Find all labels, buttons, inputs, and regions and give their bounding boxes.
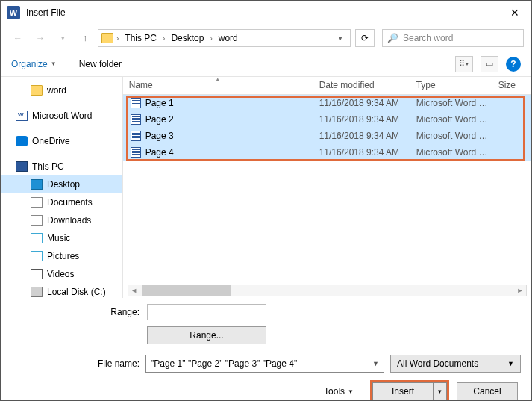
filename-input[interactable]: "Page 1" "Page 2" "Page 3" "Page 4" ▼: [145, 355, 384, 373]
search-input[interactable]: 🔍 Search word: [382, 29, 524, 47]
pc-icon: [16, 161, 28, 172]
scroll-left-icon[interactable]: ◄: [128, 287, 140, 294]
filename-value: "Page 1" "Page 2" "Page 3" "Page 4": [151, 358, 297, 369]
file-name: Page 4: [145, 147, 174, 158]
documents-icon: [31, 197, 43, 208]
tree-node-localdisk[interactable]: Local Disk (C:): [1, 283, 122, 298]
col-name[interactable]: ▲Name: [123, 77, 313, 94]
tree-node-desktop[interactable]: Desktop: [1, 175, 122, 193]
tree-node-msword[interactable]: Microsoft Word: [1, 107, 122, 125]
folder-icon: [101, 32, 113, 44]
file-date: 11/16/2018 9:34 AM: [313, 114, 410, 125]
col-size[interactable]: Size: [492, 77, 531, 94]
help-button[interactable]: ?: [506, 57, 521, 72]
onedrive-icon: [16, 136, 28, 146]
tree-node-downloads[interactable]: Downloads: [1, 211, 122, 229]
file-type: Microsoft Word D...: [410, 98, 492, 108]
address-dropdown[interactable]: ▾: [334, 34, 347, 42]
word-doc-icon: [131, 131, 141, 141]
range-label: Range:: [11, 307, 140, 317]
scroll-thumb[interactable]: [142, 285, 231, 296]
file-name: Page 3: [145, 131, 174, 141]
range-button[interactable]: Range...: [147, 326, 266, 344]
file-rows: Page 111/16/2018 9:34 AMMicrosoft Word D…: [123, 95, 531, 161]
range-input[interactable]: [147, 304, 266, 320]
organize-button[interactable]: Organize▼: [11, 59, 57, 69]
tree-node-onedrive[interactable]: OneDrive: [1, 132, 122, 150]
file-row[interactable]: Page 211/16/2018 9:34 AMMicrosoft Word D…: [123, 111, 531, 128]
chevron-down-icon: ▼: [507, 360, 514, 367]
breadcrumb-thispc[interactable]: This PC: [122, 33, 160, 43]
videos-icon: [31, 269, 43, 279]
file-type: Microsoft Word D...: [410, 147, 492, 158]
view-button[interactable]: ⠿ ▼: [455, 56, 473, 72]
tools-button[interactable]: Tools▼: [324, 386, 354, 397]
word-doc-icon: [131, 98, 141, 108]
col-date[interactable]: Date modified: [313, 77, 410, 94]
file-type: Microsoft Word D...: [410, 131, 492, 141]
search-placeholder: Search word: [403, 33, 453, 43]
tree-node-thispc[interactable]: This PC: [1, 158, 122, 175]
sort-asc-icon: ▲: [215, 76, 221, 83]
tree-node-pictures[interactable]: Pictures: [1, 247, 122, 265]
file-date: 11/16/2018 9:34 AM: [313, 98, 410, 108]
pictures-icon: [31, 251, 43, 261]
bottom-panel: Range: Range... File name: "Page 1" "Pag…: [1, 298, 531, 401]
insert-button[interactable]: Insert: [372, 382, 434, 400]
insert-split-button: Insert ▾: [370, 380, 449, 401]
word-app-icon: W: [7, 6, 20, 19]
address-bar[interactable]: › This PC › Desktop › word ▾: [98, 29, 351, 47]
nav-tree: word Microsoft Word OneDrive This PC Des…: [1, 77, 123, 298]
horizontal-scrollbar[interactable]: ◄ ►: [128, 285, 527, 296]
cancel-button[interactable]: Cancel: [457, 382, 518, 400]
chevron-right-icon: ›: [208, 34, 213, 43]
insert-dropdown[interactable]: ▾: [434, 382, 447, 400]
music-icon: [31, 233, 43, 243]
title-bar: W Insert File ✕: [1, 1, 531, 25]
downloads-icon: [31, 215, 43, 226]
forward-button[interactable]: →: [31, 28, 50, 48]
desktop-icon: [31, 179, 43, 190]
chevron-down-icon[interactable]: ▼: [372, 360, 379, 367]
search-icon: 🔍: [387, 33, 398, 43]
chevron-right-icon: ›: [115, 34, 120, 43]
close-button[interactable]: ✕: [498, 1, 531, 24]
word-doc-icon: [131, 147, 141, 158]
nav-bar: ← → ▾ ↑ › This PC › Desktop › word ▾ ⟳ 🔍…: [1, 25, 531, 52]
column-headers: ▲Name Date modified Type Size: [123, 77, 531, 95]
file-row[interactable]: Page 411/16/2018 9:34 AMMicrosoft Word D…: [123, 144, 531, 161]
word-doc-icon: [131, 114, 141, 125]
recent-chevron[interactable]: ▾: [53, 28, 72, 48]
new-folder-button[interactable]: New folder: [79, 59, 122, 69]
file-date: 11/16/2018 9:34 AM: [313, 147, 410, 158]
col-type[interactable]: Type: [410, 77, 492, 94]
back-button[interactable]: ←: [8, 28, 28, 48]
breadcrumb-word[interactable]: word: [216, 33, 241, 43]
preview-pane-button[interactable]: ▭: [481, 56, 498, 72]
file-name: Page 2: [145, 114, 174, 125]
file-type: Microsoft Word D...: [410, 114, 492, 125]
breadcrumb-desktop[interactable]: Desktop: [168, 33, 207, 43]
file-name: Page 1: [145, 98, 174, 108]
tree-node-music[interactable]: Music: [1, 229, 122, 247]
file-type-filter[interactable]: All Word Documents ▼: [390, 355, 521, 373]
file-row[interactable]: Page 311/16/2018 9:34 AMMicrosoft Word D…: [123, 128, 531, 144]
disk-icon: [31, 287, 43, 297]
file-list-pane: ▲Name Date modified Type Size Page 111/1…: [123, 77, 531, 298]
word-doc-icon: [16, 111, 28, 121]
scroll-right-icon[interactable]: ►: [514, 287, 526, 294]
chevron-right-icon: ›: [161, 34, 166, 43]
folder-icon: [31, 85, 43, 96]
refresh-button[interactable]: ⟳: [355, 29, 375, 47]
toolbar: Organize▼ New folder ⠿ ▼ ▭ ?: [1, 52, 531, 77]
window-title: Insert File: [26, 7, 498, 18]
file-date: 11/16/2018 9:34 AM: [313, 131, 410, 141]
tree-node-word[interactable]: word: [1, 81, 122, 99]
up-button[interactable]: ↑: [75, 28, 95, 48]
file-row[interactable]: Page 111/16/2018 9:34 AMMicrosoft Word D…: [123, 95, 531, 111]
tree-node-documents[interactable]: Documents: [1, 193, 122, 211]
filename-label: File name:: [11, 358, 140, 369]
tree-node-videos[interactable]: Videos: [1, 265, 122, 283]
